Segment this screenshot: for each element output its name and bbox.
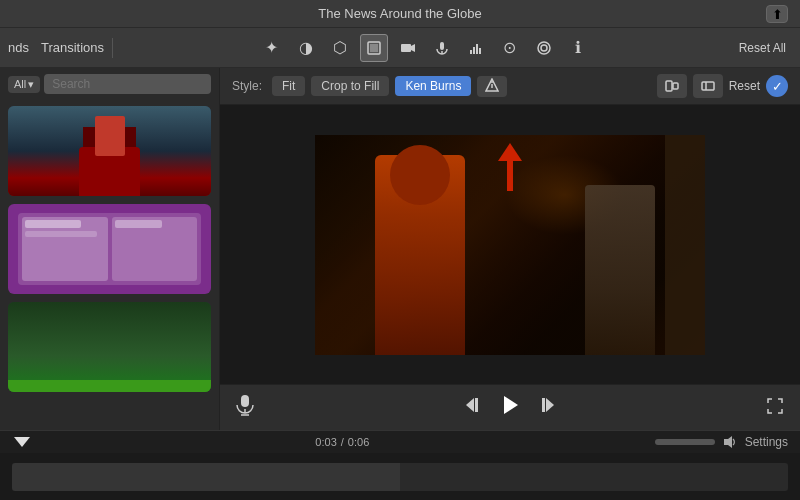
- svg-marker-24: [504, 396, 518, 414]
- timeline-total-time: 0:06: [348, 436, 369, 448]
- sidebar: All ▾: [0, 68, 220, 430]
- svg-marker-3: [411, 44, 415, 52]
- color-palette-button[interactable]: ⬡: [326, 34, 354, 62]
- timeline-progress: [12, 463, 400, 491]
- svg-rect-1: [370, 44, 378, 52]
- info-button[interactable]: ℹ: [564, 34, 592, 62]
- aspect-ratio-button[interactable]: [693, 74, 723, 98]
- speed-button[interactable]: ⊙: [496, 34, 524, 62]
- svg-rect-4: [440, 42, 444, 50]
- style-bar: Style: Fit Crop to Fill Ken Burns: [220, 68, 800, 105]
- toolbar-separator: [112, 38, 113, 58]
- sidebar-search-row: All ▾: [0, 68, 219, 100]
- svg-marker-27: [724, 436, 732, 448]
- reset-button[interactable]: Reset: [729, 79, 760, 93]
- nav-label-transitions: Transitions: [41, 40, 104, 55]
- timeline-current-time: 0:03: [315, 436, 336, 448]
- crop-to-fill-button[interactable]: Crop to Fill: [311, 76, 389, 96]
- arrow-overlay: [498, 143, 522, 191]
- svg-marker-22: [466, 398, 474, 412]
- reset-all-button[interactable]: Reset All: [733, 39, 792, 57]
- magic-wand-button[interactable]: ✦: [258, 34, 286, 62]
- sidebar-thumbnails: [0, 100, 219, 430]
- nav-label-sounds: nds: [8, 40, 29, 55]
- svg-rect-19: [241, 395, 249, 407]
- style-arrow-button[interactable]: [477, 76, 507, 97]
- svg-rect-7: [473, 47, 475, 54]
- toolbar-left: nds Transitions: [8, 40, 104, 55]
- style-label: Style:: [232, 79, 262, 93]
- svg-point-10: [538, 42, 550, 54]
- rewind-button[interactable]: [465, 396, 483, 419]
- microphone-button[interactable]: [236, 394, 254, 421]
- color-balance-button[interactable]: ◑: [292, 34, 320, 62]
- svg-rect-8: [476, 44, 478, 54]
- fullscreen-button[interactable]: [766, 397, 784, 419]
- all-filter-button[interactable]: All ▾: [8, 76, 40, 93]
- volume-icon: [723, 435, 737, 449]
- timeline-header: 0:03 / 0:06 Settings: [0, 431, 800, 453]
- timeline-playhead-triangle: [14, 437, 30, 447]
- right-panel: Style: Fit Crop to Fill Ken Burns: [220, 68, 800, 430]
- svg-rect-23: [475, 398, 478, 412]
- timeline-track[interactable]: [0, 453, 800, 500]
- svg-point-11: [541, 45, 547, 51]
- fit-resize-button[interactable]: [657, 74, 687, 98]
- crop-button[interactable]: [360, 34, 388, 62]
- forward-button[interactable]: [537, 396, 555, 419]
- svg-rect-2: [401, 44, 411, 52]
- ken-burns-button[interactable]: Ken Burns: [395, 76, 471, 96]
- playback-bar: [220, 384, 800, 430]
- title-bar: The News Around the Globe ⬆: [0, 0, 800, 28]
- window-title: The News Around the Globe: [318, 6, 481, 21]
- style-bar-right: Reset ✓: [657, 74, 788, 98]
- fit-button[interactable]: Fit: [272, 76, 305, 96]
- timeline-zoom-slider[interactable]: [655, 439, 715, 445]
- audio-button[interactable]: [428, 34, 456, 62]
- svg-rect-16: [673, 83, 678, 89]
- thumbnail-item[interactable]: [8, 302, 211, 392]
- video-camera-button[interactable]: [394, 34, 422, 62]
- svg-point-13: [491, 81, 493, 83]
- play-button[interactable]: [499, 394, 521, 422]
- check-icon: ✓: [772, 79, 783, 94]
- toolbar-center: ✦ ◑ ⬡: [121, 34, 729, 62]
- overlay-button[interactable]: [530, 34, 558, 62]
- svg-rect-6: [470, 50, 472, 54]
- main-toolbar: nds Transitions ✦ ◑ ⬡: [0, 28, 800, 68]
- timeline-separator: /: [341, 436, 344, 448]
- svg-rect-17: [702, 82, 714, 90]
- video-area: [220, 105, 800, 384]
- arrow-head: [498, 143, 522, 161]
- svg-rect-9: [479, 48, 481, 54]
- svg-rect-15: [666, 81, 672, 91]
- thumbnail-item[interactable]: [8, 204, 211, 294]
- timeline-bar[interactable]: [12, 463, 788, 491]
- confirm-button[interactable]: ✓: [766, 75, 788, 97]
- timeline-area: 0:03 / 0:06 Settings: [0, 430, 800, 500]
- main-area: All ▾: [0, 68, 800, 430]
- video-frame: [315, 135, 705, 355]
- svg-marker-25: [546, 398, 554, 412]
- settings-button[interactable]: Settings: [745, 435, 788, 449]
- equalizer-button[interactable]: [462, 34, 490, 62]
- svg-rect-26: [542, 398, 545, 412]
- toolbar-right: Reset All: [733, 39, 792, 57]
- search-input[interactable]: [44, 74, 211, 94]
- playback-center: [465, 394, 555, 422]
- share-button[interactable]: ⬆: [766, 5, 788, 23]
- thumbnail-item[interactable]: [8, 106, 211, 196]
- arrow-line: [507, 161, 513, 191]
